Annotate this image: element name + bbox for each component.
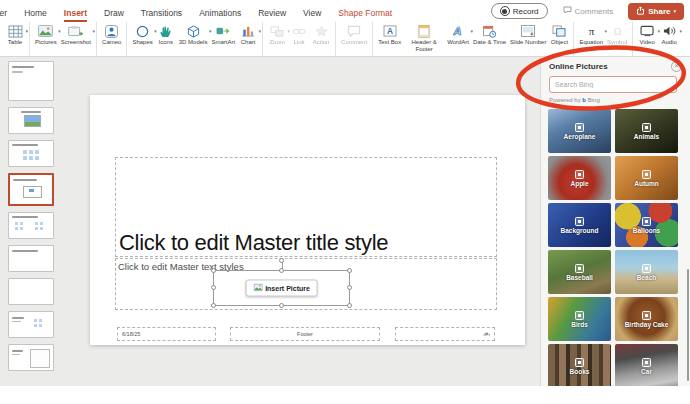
action-icon — [315, 24, 328, 38]
rotate-handle[interactable] — [279, 258, 284, 263]
category-tile-beach[interactable]: Beach — [615, 250, 678, 294]
ribbon-button-symbol: ΩSymbol — [605, 24, 629, 46]
footer-placeholder[interactable]: Footer — [230, 327, 380, 341]
ribbon-button-wordart[interactable]: AWordArt▾ — [445, 24, 471, 46]
ribbon-button-3d-models[interactable]: 3D Models▾ — [177, 24, 210, 46]
footer-text: Footer — [297, 331, 313, 337]
ribbon-button-label: Audio — [661, 39, 676, 46]
category-tile-aeroplane[interactable]: Aeroplane — [548, 109, 611, 153]
comment-icon — [347, 24, 361, 38]
ribbon-button-label: 3D Models — [179, 39, 208, 46]
category-tile-animals[interactable]: Animals — [615, 109, 678, 153]
category-tile-car[interactable]: Car — [615, 344, 678, 386]
category-label: Baseball — [566, 274, 593, 281]
chevron-down-icon: ▾ — [680, 28, 683, 34]
tab-animations[interactable]: Animations — [199, 3, 241, 22]
ribbon-button-label: Shapes — [132, 39, 152, 46]
category-tile-apple[interactable]: Apple — [548, 156, 611, 200]
record-button[interactable]: Record — [491, 3, 548, 19]
resize-handle[interactable] — [347, 268, 352, 273]
resize-handle[interactable] — [211, 268, 216, 273]
ribbon-button-label: Comment — [341, 39, 367, 46]
category-label: Car — [641, 368, 652, 375]
close-icon[interactable]: × — [671, 61, 682, 72]
resize-handle[interactable] — [347, 285, 352, 290]
ribbon-button-zoom: Zoom▾ — [266, 24, 288, 46]
slide-thumbnail-8[interactable] — [8, 311, 54, 338]
svg-text:A: A — [387, 26, 393, 36]
resize-handle[interactable] — [279, 303, 284, 308]
category-grid: AeroplaneAnimalsAppleAutumnBackgroundBal… — [541, 109, 690, 386]
ribbon-button-slide-number[interactable]: #Slide Number — [508, 24, 548, 46]
tab-insert[interactable]: Insert — [64, 3, 87, 22]
slide-thumbnail-2[interactable] — [8, 107, 54, 134]
search-input[interactable] — [549, 76, 677, 93]
chart-icon — [241, 24, 255, 38]
ribbon-button-shapes[interactable]: Shapes▾ — [130, 24, 154, 46]
slide-canvas: Click to edit Master title style Click t… — [62, 57, 540, 386]
ribbon-button-header-footer[interactable]: Header & Footer — [403, 24, 445, 52]
slide-number-placeholder[interactable]: ‹#› — [395, 327, 495, 341]
tab-transitions[interactable]: Transitions — [141, 3, 182, 22]
resize-handle[interactable] — [279, 268, 284, 273]
panel-header: Online Pictures × — [541, 57, 690, 74]
tab-shape-format[interactable]: Shape Format — [338, 3, 392, 22]
ribbon-button-label: Pictures — [35, 39, 57, 46]
tab-view[interactable]: View — [303, 3, 321, 22]
image-category-icon — [642, 264, 651, 273]
category-tile-birds[interactable]: Birds — [548, 297, 611, 341]
category-tile-background[interactable]: Background — [548, 203, 611, 247]
header-footer-icon — [418, 24, 430, 38]
category-tile-baseball[interactable]: Baseball — [548, 250, 611, 294]
ribbon-tabs: sterHomeInsertDrawTransitionsAnimationsR… — [0, 0, 392, 22]
ribbon-button-table[interactable]: Table▾ — [4, 24, 26, 46]
ribbon-button-video[interactable]: Video▾ — [636, 24, 658, 46]
category-tile-birthday-cake[interactable]: Birthday Cake — [615, 297, 678, 341]
resize-handle[interactable] — [211, 303, 216, 308]
ribbon-button-icons[interactable]: Icons — [155, 24, 177, 46]
title-placeholder[interactable]: Click to edit Master title style — [115, 157, 497, 257]
date-placeholder[interactable]: 6/18/25 — [117, 327, 216, 341]
ribbon-button-screenshot[interactable]: Screenshot▾ — [59, 24, 93, 46]
ribbon-button-cameo[interactable]: Cameo — [100, 24, 123, 46]
ribbon-button-equation[interactable]: πEquation▾ — [577, 24, 605, 46]
slide-thumbnail-1[interactable] — [8, 61, 54, 101]
category-label: Birthday Cake — [625, 321, 669, 328]
panel-scrollbar[interactable] — [687, 269, 689, 381]
ribbon-button-text-box[interactable]: AText Box — [376, 24, 403, 46]
ribbon-button-chart[interactable]: Chart▾ — [237, 24, 259, 46]
slide-thumbnail-7[interactable] — [8, 278, 54, 305]
resize-handle[interactable] — [347, 303, 352, 308]
ribbon-group: Table▾ — [1, 22, 29, 56]
category-tile-autumn[interactable]: Autumn — [615, 156, 678, 200]
ribbon-button-date-time[interactable]: Date & Time — [471, 24, 508, 46]
ribbon-button-smartart[interactable]: SmartArt — [209, 24, 237, 46]
comments-button[interactable]: Comments — [557, 5, 620, 17]
insert-picture-button[interactable]: Insert Picture — [245, 280, 318, 297]
tab-ster[interactable]: ster — [0, 3, 7, 22]
slide-thumbnail-9[interactable] — [8, 344, 54, 371]
ribbon-button-audio[interactable]: Audio▾ — [658, 24, 680, 46]
category-label: Animals — [634, 133, 659, 140]
resize-handle[interactable] — [211, 285, 216, 290]
category-tile-balloons[interactable]: Balloons — [615, 203, 678, 247]
slide-thumbnail-5[interactable] — [8, 212, 54, 239]
wordart-icon: A — [451, 24, 465, 38]
ribbon-button-pictures[interactable]: Pictures▾ — [33, 24, 59, 46]
image-category-icon — [575, 311, 584, 320]
ribbon-button-action: Action — [310, 24, 332, 46]
text-box-icon: A — [383, 24, 397, 38]
picture-placeholder[interactable]: Insert Picture — [213, 270, 350, 306]
category-tile-books[interactable]: Books — [548, 344, 611, 386]
slide-thumbnail-3[interactable] — [8, 140, 54, 167]
slide-thumbnail-4[interactable] — [8, 173, 54, 206]
3d-models-icon — [187, 24, 200, 38]
tab-review[interactable]: Review — [258, 3, 286, 22]
image-category-icon — [642, 217, 651, 226]
ribbon-button-object[interactable]: Object — [548, 24, 570, 46]
slide-thumbnail-6[interactable] — [8, 245, 54, 272]
share-button[interactable]: Share ▾ — [628, 3, 684, 20]
tab-home[interactable]: Home — [24, 3, 47, 22]
tab-draw[interactable]: Draw — [104, 3, 124, 22]
ribbon-button-comment: Comment — [339, 24, 369, 46]
